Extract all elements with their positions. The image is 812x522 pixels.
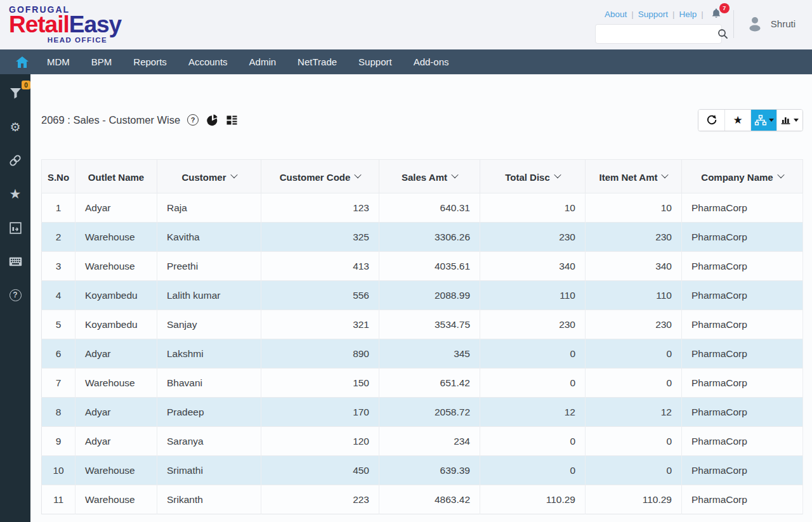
- table-row[interactable]: 11WarehouseSrikanth2234863.42110.29110.2…: [42, 485, 803, 514]
- column-header-total-disc[interactable]: Total Disc: [480, 160, 586, 193]
- table-row[interactable]: 8AdyarPradeep1702058.721212PharmaCorp: [42, 398, 803, 427]
- table-row[interactable]: 6AdyarLakshmi89034500PharmaCorp: [42, 339, 803, 369]
- star-icon: ★: [733, 115, 742, 126]
- export-window-icon[interactable]: [8, 220, 23, 235]
- table-cell: 3534.75: [379, 310, 480, 339]
- header-link-support[interactable]: Support: [638, 10, 668, 19]
- table-cell: 170: [261, 398, 379, 427]
- nav-item-accounts[interactable]: Accounts: [178, 49, 239, 74]
- sort-chevron-icon[interactable]: [451, 171, 458, 178]
- table-cell: Bhavani: [157, 369, 261, 398]
- sort-chevron-icon[interactable]: [230, 171, 237, 178]
- hierarchy-view-button[interactable]: [750, 110, 776, 131]
- table-cell: 2: [42, 223, 75, 252]
- pie-chart-icon[interactable]: [206, 114, 219, 127]
- table-cell: 640.31: [379, 193, 480, 223]
- refresh-button[interactable]: [698, 110, 724, 131]
- table-row[interactable]: 3WarehousePreethi4134035.61340340PharmaC…: [42, 252, 803, 281]
- table-cell: PharmaCorp: [682, 427, 803, 456]
- header-link-help[interactable]: Help: [679, 10, 697, 19]
- chart-view-button[interactable]: [776, 110, 802, 131]
- table-cell: PharmaCorp: [682, 193, 803, 223]
- table-cell: 150: [261, 369, 379, 398]
- page-title: 2069 : Sales - Customer Wise: [41, 114, 180, 126]
- table-cell: 110.29: [586, 485, 682, 514]
- report-title-row: 2069 : Sales - Customer Wise ?: [41, 109, 803, 131]
- table-cell: 223: [261, 485, 379, 514]
- column-label: S.No: [48, 171, 69, 182]
- home-icon[interactable]: [8, 56, 36, 68]
- table-cell: 8: [42, 398, 75, 427]
- table-row[interactable]: 7WarehouseBhavani150651.4200PharmaCorp: [42, 369, 803, 398]
- table-cell: 3306.26: [379, 223, 480, 252]
- column-header-company-name[interactable]: Company Name: [682, 160, 803, 193]
- link-separator: |: [672, 10, 675, 19]
- sort-chevron-icon[interactable]: [554, 171, 561, 178]
- table-cell: 5: [42, 310, 75, 339]
- table-row[interactable]: 1AdyarRaja123640.311010PharmaCorp: [42, 193, 803, 223]
- header-link-about[interactable]: About: [605, 10, 627, 19]
- dropdown-caret-icon: [769, 119, 774, 122]
- top-header: GOFRUGAL RetailEasy HEAD OFFICE About|Su…: [0, 0, 812, 49]
- summary-grid-icon[interactable]: [226, 114, 238, 126]
- sidebar-help-icon[interactable]: ?: [8, 287, 23, 303]
- links-and-search: About|Support|Help| 7: [595, 8, 722, 44]
- table-cell: 4035.61: [379, 252, 480, 281]
- table-cell: 890: [261, 339, 379, 369]
- nav-item-support[interactable]: Support: [348, 49, 403, 74]
- column-header-sales-amt[interactable]: Sales Amt: [379, 160, 480, 193]
- report-help-icon[interactable]: ?: [187, 114, 199, 126]
- hierarchy-icon: [754, 115, 767, 126]
- search-icon[interactable]: [717, 29, 733, 39]
- nav-item-reports[interactable]: Reports: [122, 49, 178, 74]
- column-label: Total Disc: [505, 171, 550, 182]
- table-cell: Lalith kumar: [157, 281, 261, 310]
- nav-item-bpm[interactable]: BPM: [81, 49, 123, 74]
- table-cell: 230: [480, 310, 586, 339]
- column-header-item-net-amt[interactable]: Item Net Amt: [586, 160, 682, 193]
- table-cell: Srimathi: [157, 456, 261, 485]
- table-row[interactable]: 9AdyarSaranya12023400PharmaCorp: [42, 427, 803, 456]
- report-content: 2069 : Sales - Customer Wise ?: [30, 74, 812, 522]
- table-cell: 0: [480, 456, 586, 485]
- table-cell: 230: [586, 310, 682, 339]
- sort-chevron-icon[interactable]: [355, 171, 362, 178]
- table-cell: 12: [480, 398, 586, 427]
- app-logo[interactable]: GOFRUGAL RetailEasy HEAD OFFICE: [9, 4, 121, 44]
- table-cell: Adyar: [75, 339, 157, 369]
- table-row[interactable]: 10WarehouseSrimathi450639.3900PharmaCorp: [42, 456, 803, 485]
- user-menu[interactable]: Shruti: [745, 14, 796, 33]
- link-separator: |: [631, 10, 634, 19]
- favorites-star-icon[interactable]: ★: [8, 186, 23, 202]
- link-icon[interactable]: [8, 153, 23, 168]
- table-cell: Koyambedu: [75, 310, 157, 339]
- notification-bell-icon[interactable]: 7: [710, 8, 722, 21]
- nav-item-admin[interactable]: Admin: [239, 49, 287, 74]
- table-row[interactable]: 4KoyambeduLalith kumar5562088.99110110Ph…: [42, 281, 803, 310]
- nav-item-add-ons[interactable]: Add-ons: [403, 49, 460, 74]
- keyboard-icon[interactable]: [8, 254, 23, 269]
- table-cell: 325: [261, 223, 379, 252]
- nav-items: MDMBPMReportsAccountsAdminNetTradeSuppor…: [36, 49, 460, 74]
- settings-gear-icon[interactable]: ⚙: [8, 119, 23, 134]
- search-input[interactable]: [596, 25, 717, 43]
- nav-item-nettrade[interactable]: NetTrade: [287, 49, 348, 74]
- sort-chevron-icon[interactable]: [662, 171, 669, 178]
- favorite-button[interactable]: ★: [724, 110, 750, 131]
- link-separator: |: [701, 10, 704, 19]
- table-cell: 450: [261, 456, 379, 485]
- table-cell: 0: [586, 427, 682, 456]
- column-header-customer-code[interactable]: Customer Code: [261, 160, 379, 193]
- column-header-customer[interactable]: Customer: [157, 160, 261, 193]
- sort-chevron-icon[interactable]: [777, 171, 784, 178]
- table-cell: 0: [586, 369, 682, 398]
- filter-icon[interactable]: 0: [8, 86, 23, 101]
- filter-badge: 0: [22, 81, 30, 89]
- table-row[interactable]: 5KoyambeduSanjay3213534.75230230PharmaCo…: [42, 310, 803, 339]
- refresh-icon: [706, 114, 717, 126]
- table-row[interactable]: 2WarehouseKavitha3253306.26230230PharmaC…: [42, 223, 803, 252]
- header-right-cluster: About|Support|Help| 7: [595, 4, 796, 44]
- nav-item-mdm[interactable]: MDM: [36, 49, 81, 74]
- table-cell: 0: [480, 339, 586, 369]
- logo-retaileasy-text: RetailEasy: [9, 13, 121, 36]
